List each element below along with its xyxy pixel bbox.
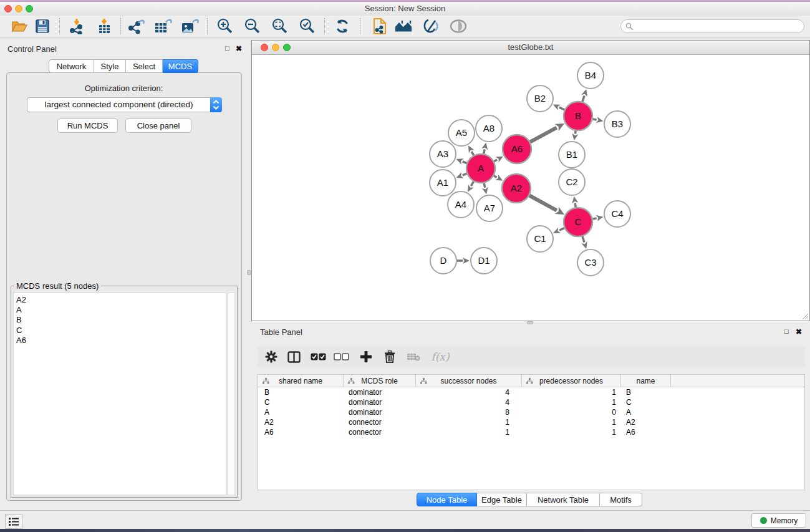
graph-edge-A-A3[interactable] (463, 162, 467, 163)
column-header-mcds-role[interactable]: MCDS role (344, 375, 416, 387)
zoom-selected-icon[interactable] (298, 17, 317, 35)
network-close-light[interactable] (261, 44, 268, 51)
table-cell[interactable]: A6 (621, 427, 671, 437)
tab-style[interactable]: Style (94, 59, 126, 73)
minimize-window-light[interactable] (15, 5, 22, 12)
graph-edge-A-A7[interactable] (484, 183, 485, 187)
mcds-result-item[interactable]: A2 (16, 295, 226, 305)
mcds-result-item[interactable]: A6 (16, 336, 226, 346)
table-row[interactable]: A2connector11A2 (258, 417, 804, 427)
criterion-dropdown[interactable]: largest connected component (directed) (27, 97, 222, 112)
mcds-result-item[interactable]: A (16, 305, 226, 315)
mcds-result-list[interactable]: A2ABCA6 (13, 293, 227, 495)
search-input[interactable] (636, 21, 799, 32)
table-panel-float-icon[interactable]: □ (784, 327, 789, 335)
graph-edge-A-A5[interactable] (471, 152, 473, 155)
zoom-fit-icon[interactable] (271, 17, 289, 35)
graph-edge-A2-C[interactable] (529, 195, 557, 210)
task-history-button[interactable] (5, 514, 22, 529)
column-header-name[interactable]: name (621, 375, 671, 387)
select-all-icon[interactable] (309, 349, 327, 365)
close-panel-button[interactable]: Close panel (125, 118, 191, 133)
settings-icon[interactable] (263, 349, 280, 365)
table-cell[interactable]: 8 (416, 407, 522, 417)
refresh-icon[interactable] (333, 17, 352, 35)
add-icon[interactable] (357, 349, 375, 365)
network-zoom-light[interactable] (283, 44, 291, 51)
graph-edge-C-C3[interactable] (582, 236, 584, 243)
window-resize-handle[interactable] (801, 312, 809, 320)
table-cell[interactable]: C (621, 397, 671, 407)
table-cell[interactable]: dominator (344, 407, 416, 417)
graph-edge-B-B4[interactable] (582, 95, 584, 102)
graph-edge-B-B1[interactable] (575, 131, 576, 134)
control-panel-close-icon[interactable]: ✖ (236, 44, 242, 53)
table-cell[interactable]: 4 (416, 397, 522, 407)
graph-edge-A-A8[interactable] (484, 149, 485, 153)
table-row[interactable]: A6connector11A6 (258, 427, 804, 437)
deselect-all-icon[interactable] (332, 349, 350, 365)
graph-edge-A6-B[interactable] (530, 128, 557, 142)
table-row[interactable]: Cdominator41C (258, 397, 804, 407)
graph-edge-B-B2[interactable] (559, 107, 564, 110)
tab-network-table[interactable]: Network Table (527, 493, 600, 506)
table-panel-close-icon[interactable]: ✖ (796, 327, 802, 336)
tab-select[interactable]: Select (126, 59, 163, 73)
tab-node-table[interactable]: Node Table (417, 493, 477, 506)
horizontal-splitter-handle[interactable] (527, 321, 533, 324)
home-icon[interactable] (394, 17, 413, 35)
birds-eye-icon[interactable] (449, 17, 468, 35)
table-cell[interactable]: 1 (416, 427, 522, 437)
table-cell[interactable]: 1 (416, 417, 522, 427)
zoom-out-icon[interactable] (243, 17, 262, 35)
table-cell[interactable]: A6 (258, 427, 344, 437)
graph-edge-A-A1[interactable] (463, 173, 467, 175)
table-cell[interactable]: 1 (522, 427, 621, 437)
run-mcds-button[interactable]: Run MCDS (57, 118, 118, 133)
graphics-details-icon[interactable] (422, 17, 440, 35)
import-table-icon[interactable] (95, 17, 113, 35)
column-header-shared-name[interactable]: shared name (258, 375, 344, 387)
table-cell[interactable]: A (258, 407, 344, 417)
table-row[interactable]: Adominator80A (258, 407, 804, 417)
table-cell[interactable]: 1 (522, 397, 621, 407)
tab-edge-table[interactable]: Edge Table (477, 493, 527, 506)
network-minimize-light[interactable] (272, 44, 279, 51)
export-table-icon[interactable] (153, 17, 172, 35)
tab-motifs[interactable]: Motifs (600, 493, 642, 506)
export-network-icon[interactable] (127, 17, 146, 35)
table-cell[interactable]: connector (344, 417, 416, 427)
table-cell[interactable]: A2 (258, 417, 344, 427)
table-cell[interactable]: dominator (344, 387, 416, 397)
graph-edge-C-C1[interactable] (559, 228, 564, 231)
table-cell[interactable]: B (258, 387, 344, 397)
zoom-in-icon[interactable] (216, 17, 234, 35)
mcds-result-item[interactable]: B (16, 315, 226, 325)
zoom-window-light[interactable] (26, 5, 33, 12)
tab-network[interactable]: Network (49, 59, 94, 73)
table-cell[interactable]: dominator (344, 397, 416, 407)
graph-edge-C-C2[interactable] (575, 203, 576, 208)
new-network-icon[interactable] (370, 17, 389, 35)
graph-edge-A-A4[interactable] (471, 181, 473, 186)
control-panel-float-icon[interactable]: □ (225, 44, 229, 52)
table-cell[interactable]: A2 (621, 417, 671, 427)
import-network-icon[interactable] (67, 17, 86, 35)
table-row[interactable]: Bdominator41B (258, 387, 804, 397)
tab-mcds[interactable]: MCDS (163, 59, 198, 73)
graph-edge-B-B3[interactable] (593, 119, 597, 120)
table-cell[interactable]: 1 (522, 417, 621, 427)
mcds-scrollbar[interactable] (228, 293, 235, 495)
mcds-result-item[interactable]: C (16, 326, 226, 336)
table-cell[interactable]: 0 (522, 407, 621, 417)
export-image-icon[interactable] (180, 17, 199, 35)
column-header-successor-nodes[interactable]: successor nodes (416, 375, 522, 387)
table-cell[interactable]: connector (344, 427, 416, 437)
memory-button[interactable]: Memory (751, 513, 806, 528)
open-session-icon[interactable] (10, 17, 29, 35)
vertical-splitter-handle[interactable] (247, 270, 251, 275)
table-cell[interactable]: B (621, 387, 671, 397)
table-cell[interactable]: 1 (522, 387, 621, 397)
graph-edge-C-C4[interactable] (593, 218, 597, 219)
table-cell[interactable]: A (621, 407, 671, 417)
